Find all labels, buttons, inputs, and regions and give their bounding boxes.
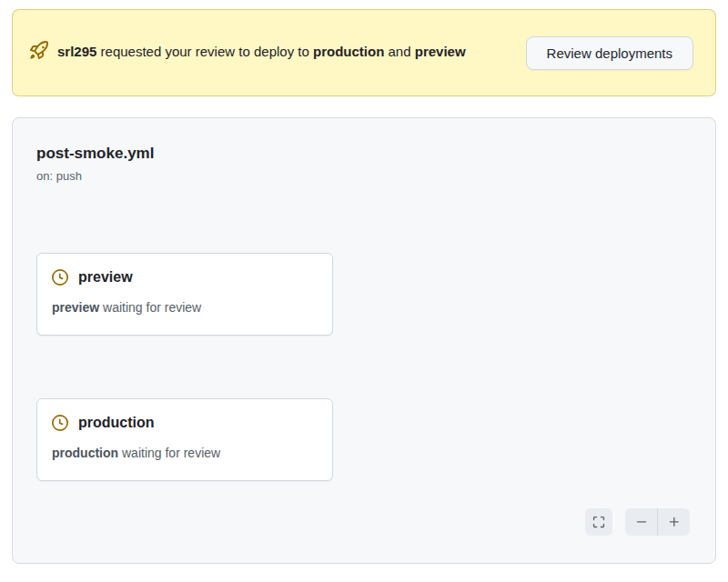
dash-icon bbox=[635, 516, 648, 528]
env-name-preview: preview bbox=[415, 44, 466, 59]
zoom-in-button[interactable] bbox=[658, 508, 690, 536]
job-title-row: production bbox=[52, 413, 318, 433]
workflow-header: post-smoke.yml on: push bbox=[36, 144, 154, 185]
job-status-env: production bbox=[52, 446, 118, 460]
deployment-review-banner: srl295 requested your review to deploy t… bbox=[12, 9, 716, 96]
zoom-button-group bbox=[625, 508, 690, 536]
clock-icon bbox=[52, 415, 68, 431]
workflow-graph-panel: post-smoke.yml on: push preview preview … bbox=[12, 117, 716, 564]
banner-text-and: and bbox=[384, 44, 414, 59]
job-status-text: production waiting for review bbox=[52, 445, 318, 461]
workflow-file-name: post-smoke.yml bbox=[36, 144, 154, 164]
banner-message: srl295 requested your review to deploy t… bbox=[30, 40, 490, 66]
rocket-icon bbox=[30, 41, 48, 66]
job-status-rest: waiting for review bbox=[99, 300, 201, 315]
job-card-preview[interactable]: preview preview waiting for review bbox=[36, 253, 333, 336]
job-card-production[interactable]: production production waiting for review bbox=[36, 398, 333, 481]
review-deployments-button[interactable]: Review deployments bbox=[526, 36, 693, 70]
job-name: preview bbox=[78, 269, 133, 286]
workflow-trigger: on: push bbox=[36, 168, 154, 185]
env-name-production: production bbox=[313, 44, 384, 59]
fit-to-window-button[interactable] bbox=[585, 508, 612, 536]
job-title-row: preview bbox=[52, 267, 318, 287]
graph-canvas-controls bbox=[585, 508, 690, 536]
job-status-env: preview bbox=[52, 300, 99, 315]
clock-icon bbox=[52, 269, 68, 286]
job-status-text: preview waiting for review bbox=[52, 299, 318, 316]
requester-login: srl295 bbox=[57, 44, 96, 59]
screen-full-icon bbox=[592, 516, 605, 528]
banner-text-mid: requested your review to deploy to bbox=[96, 44, 313, 59]
zoom-out-button[interactable] bbox=[625, 508, 657, 536]
plus-icon bbox=[668, 516, 681, 528]
job-name: production bbox=[78, 415, 155, 431]
job-status-rest: waiting for review bbox=[118, 446, 220, 460]
